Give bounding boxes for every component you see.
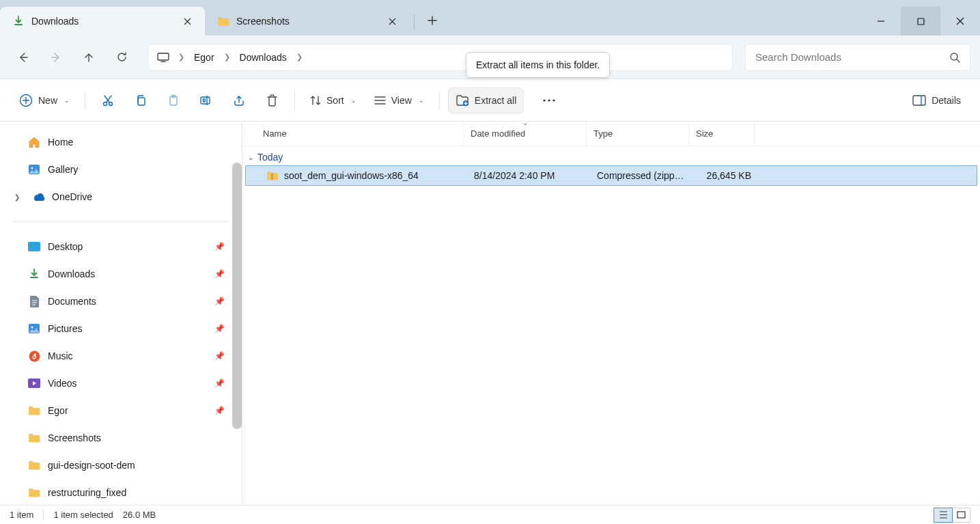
back-button[interactable] — [10, 44, 37, 71]
file-name: soot_dem_gui-windows-x86_64 — [284, 170, 419, 181]
sidebar-item-documents[interactable]: Documents 📌 — [0, 288, 242, 315]
sidebar-item-music[interactable]: Music 📌 — [0, 342, 242, 370]
refresh-button[interactable] — [108, 44, 135, 71]
sidebar-item-screenshots[interactable]: Screenshots — [0, 424, 242, 452]
videos-icon — [27, 376, 41, 390]
folder-icon — [27, 486, 41, 499]
sidebar-item-onedrive[interactable]: ❯ OneDrive — [0, 183, 242, 210]
sidebar-item-videos[interactable]: Videos 📌 — [0, 370, 242, 397]
paste-button[interactable] — [159, 87, 188, 113]
sort-button[interactable]: Sort ⌄ — [303, 87, 363, 113]
pin-icon[interactable]: 📌 — [214, 297, 228, 306]
separator — [294, 91, 295, 110]
svg-rect-6 — [138, 98, 145, 105]
sidebar-item-egor[interactable]: Egor 📌 — [0, 397, 242, 424]
tooltip: Extract all items in this folder. — [466, 52, 610, 78]
column-headers: Name ⌄Date modified Type Size — [242, 122, 980, 146]
view-button[interactable]: View ⌄ — [367, 87, 431, 113]
minimize-button[interactable] — [861, 7, 901, 36]
column-name[interactable]: Name — [256, 122, 464, 146]
tab-screenshots[interactable]: Screenshots — [205, 7, 410, 36]
tooltip-text: Extract all items in this folder. — [476, 59, 600, 70]
search-icon[interactable] — [949, 52, 960, 63]
chevron-down-icon: ⌄ — [419, 97, 424, 104]
sidebar-item-label: Downloads — [48, 268, 208, 279]
svg-rect-23 — [957, 512, 965, 518]
folder-icon — [27, 404, 41, 417]
svg-point-2 — [951, 53, 957, 60]
separator — [439, 91, 440, 110]
music-icon — [27, 349, 41, 363]
group-header-today[interactable]: ⌄ Today — [242, 146, 980, 165]
tab-downloads[interactable]: Downloads — [0, 7, 205, 36]
thumbnails-view-button[interactable] — [952, 508, 970, 522]
sidebar-item-label: restructuring_fixed — [48, 487, 228, 498]
pin-icon[interactable]: 📌 — [214, 406, 228, 415]
sidebar-item-downloads[interactable]: Downloads 📌 — [0, 260, 242, 288]
chevron-right-icon[interactable]: ❯ — [294, 53, 305, 61]
breadcrumb-segment[interactable]: Egor — [190, 51, 219, 64]
home-icon — [27, 135, 41, 149]
tab-title: Downloads — [31, 16, 171, 27]
chevron-right-icon[interactable]: ❯ — [176, 53, 187, 61]
sidebar-item-label: Pictures — [48, 323, 208, 334]
file-date: 8/14/2024 2:40 PM — [467, 170, 590, 181]
separator — [43, 510, 44, 521]
sidebar-item-gui-design[interactable]: gui-design-soot-dem — [0, 452, 242, 479]
close-icon[interactable] — [382, 12, 402, 31]
close-button[interactable] — [940, 7, 980, 36]
copy-button[interactable] — [126, 87, 155, 113]
share-button[interactable] — [225, 87, 253, 113]
file-row[interactable]: soot_dem_gui-windows-x86_64 8/14/2024 2:… — [245, 165, 977, 186]
pin-icon[interactable]: 📌 — [214, 242, 228, 251]
svg-point-19 — [31, 327, 33, 329]
pin-icon[interactable]: 📌 — [214, 324, 228, 333]
sidebar-item-gallery[interactable]: Gallery — [0, 156, 242, 183]
sidebar-item-restructuring[interactable]: restructuring_fixed — [0, 479, 242, 505]
sidebar-item-home[interactable]: Home — [0, 128, 242, 156]
new-tab-button[interactable] — [419, 7, 446, 34]
cut-button[interactable] — [94, 87, 122, 113]
pc-icon[interactable] — [154, 48, 173, 67]
delete-button[interactable] — [257, 87, 286, 113]
details-view-button[interactable] — [934, 508, 952, 522]
sidebar: Home Gallery ❯ OneDrive Desktop 📌 Downlo… — [0, 122, 242, 505]
sidebar-item-pictures[interactable]: Pictures 📌 — [0, 315, 242, 342]
new-label: New — [38, 95, 57, 106]
sidebar-item-label: Desktop — [48, 241, 208, 252]
scrollbar[interactable] — [232, 163, 242, 429]
sidebar-item-label: Egor — [48, 405, 208, 416]
chevron-right-icon[interactable]: ❯ — [10, 193, 25, 201]
more-button[interactable] — [535, 87, 563, 113]
pin-icon[interactable]: 📌 — [214, 378, 228, 388]
pin-icon[interactable]: 📌 — [214, 269, 228, 279]
search-input[interactable] — [755, 51, 949, 63]
column-date[interactable]: ⌄Date modified — [464, 122, 587, 146]
breadcrumb[interactable]: ❯ Egor ❯ Downloads ❯ — [148, 44, 733, 71]
folder-icon — [27, 431, 41, 445]
search-box[interactable] — [745, 44, 970, 71]
rename-button[interactable] — [192, 87, 221, 113]
forward-button[interactable] — [42, 44, 70, 71]
close-icon[interactable] — [178, 12, 197, 31]
sidebar-item-label: Gallery — [48, 164, 228, 175]
folder-icon — [27, 458, 41, 472]
sort-indicator-icon: ⌄ — [522, 119, 528, 126]
extract-all-button[interactable]: Extract all — [448, 87, 524, 113]
pin-icon[interactable]: 📌 — [214, 351, 228, 361]
divider — [14, 221, 228, 222]
svg-point-16 — [31, 167, 33, 169]
column-type[interactable]: Type — [587, 122, 689, 146]
column-size[interactable]: Size — [689, 122, 755, 146]
maximize-button[interactable] — [901, 7, 940, 36]
pictures-icon — [27, 322, 41, 335]
up-button[interactable] — [75, 44, 102, 71]
sidebar-item-desktop[interactable]: Desktop 📌 — [0, 233, 242, 260]
window-controls — [861, 7, 980, 36]
details-button[interactable]: Details — [906, 87, 968, 113]
new-button[interactable]: New ⌄ — [12, 87, 76, 113]
breadcrumb-segment[interactable]: Downloads — [236, 51, 291, 64]
svg-rect-1 — [158, 53, 169, 60]
chevron-down-icon: ⌄ — [248, 154, 253, 161]
chevron-right-icon[interactable]: ❯ — [221, 53, 233, 61]
